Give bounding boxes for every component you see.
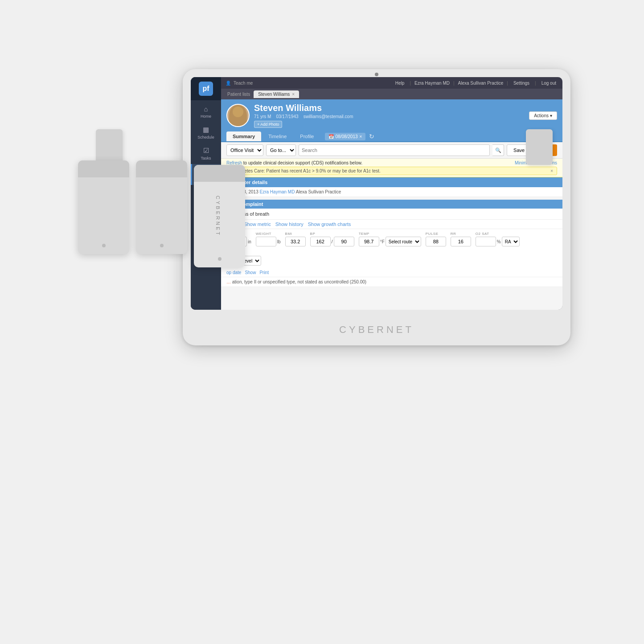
- help-button[interactable]: Help: [394, 80, 406, 86]
- search-icon: 🔍: [495, 148, 501, 153]
- sidebar-item-schedule[interactable]: ▦ Schedule: [191, 122, 221, 143]
- patient-tab[interactable]: Steven Williams ×: [254, 90, 299, 98]
- o2sat-route-select[interactable]: RA: [502, 237, 520, 246]
- patient-header: Steven Williams 71 yrs M 03/17/1943 swil…: [221, 99, 562, 131]
- patient-info: Steven Williams 71 yrs M 03/17/1943 swil…: [254, 103, 525, 128]
- search-input[interactable]: [299, 144, 490, 156]
- home-icon: ⌂: [201, 105, 211, 113]
- pulse-input-group: [426, 237, 446, 246]
- print-link[interactable]: Print: [259, 270, 269, 275]
- refresh-button[interactable]: ↻: [369, 133, 374, 140]
- visit-date-close[interactable]: ×: [360, 134, 362, 139]
- bmi-input-group: [285, 237, 306, 246]
- bp-input-group: /: [310, 237, 354, 246]
- encounter-date-row: ← Aug 08, 2013 Ezra Hayman MD Alexa Sull…: [221, 187, 562, 197]
- show-history-link[interactable]: Show history: [275, 222, 304, 227]
- diagnosis-row: … ation, type II or unspecified type, no…: [221, 277, 562, 287]
- temp-input[interactable]: [359, 237, 379, 246]
- patient-meta: 71 yrs M 03/17/1943 swilliams@testemail.…: [254, 114, 525, 119]
- o2sat-input-group: % RA: [476, 237, 520, 246]
- notification-text: ▶ Diabetes Care: Patient has recent A1c …: [230, 168, 381, 173]
- device-stripe: [194, 165, 245, 182]
- top-bar-right: Help | Ezra Hayman MD | Alexa Sullivan P…: [394, 80, 558, 86]
- search-button[interactable]: 🔍: [492, 144, 504, 156]
- encounter-practice: Alexa Sullivan Practice: [296, 189, 341, 194]
- sidebar-item-home[interactable]: ⌂ Home: [191, 101, 221, 122]
- notification-close-button[interactable]: ×: [550, 168, 553, 173]
- pulse-label: PULSE: [426, 232, 446, 236]
- goto-select[interactable]: Go to...: [266, 144, 296, 156]
- o2sat-field: O2 SAT % RA: [476, 232, 520, 246]
- chevron-down-icon: ▾: [550, 113, 552, 118]
- rr-input-group: [451, 237, 471, 246]
- sidebar-logo: pf: [191, 77, 221, 100]
- avatar-head: [233, 107, 243, 117]
- bp-systolic-input[interactable]: [310, 237, 331, 246]
- device-stripe: [78, 160, 129, 177]
- side-device-front: CYBERNET: [194, 165, 245, 267]
- schedule-icon: ▦: [201, 126, 211, 134]
- right-arm-mount: [526, 129, 553, 165]
- visit-type-select[interactable]: Office Visit: [226, 144, 263, 156]
- patient-lists-label[interactable]: Patient lists: [225, 92, 253, 97]
- bmi-field: BMI: [285, 232, 306, 246]
- weight-field: WEIGHT lb: [256, 232, 281, 246]
- actions-button[interactable]: Actions ▾: [529, 111, 557, 120]
- diagnosis-link[interactable]: …: [226, 279, 231, 284]
- tab-bar: Patient lists Steven Williams ×: [221, 89, 562, 99]
- sidebar-item-tasks[interactable]: ☑ Tasks: [191, 143, 221, 164]
- o2sat-input[interactable]: [476, 237, 496, 246]
- rr-input[interactable]: [451, 237, 471, 246]
- notification-message: to update clinical decision support (CDS…: [243, 160, 362, 165]
- show-growth-charts-link[interactable]: Show growth charts: [308, 222, 351, 227]
- tab-timeline[interactable]: Timeline: [262, 131, 293, 141]
- logout-button[interactable]: Log out: [540, 80, 558, 86]
- side-device-left-1: [78, 160, 129, 254]
- diagnosis-text: ation, type II or unspecified type, not …: [232, 279, 366, 284]
- temp-route-select[interactable]: Select route: [386, 237, 421, 246]
- bp-diastolic-input[interactable]: [334, 237, 354, 246]
- weight-input[interactable]: [256, 237, 276, 246]
- tab-summary[interactable]: Summary: [226, 131, 261, 141]
- notification-bar: Refresh to update clinical decision supp…: [221, 159, 562, 177]
- notification-alert-text: Diabetes Care: Patient has recent A1c > …: [235, 168, 381, 173]
- show-link[interactable]: Show: [245, 270, 256, 275]
- top-bar-left: 👤 Teach me: [226, 81, 253, 86]
- teach-me-label[interactable]: Teach me: [234, 81, 253, 86]
- visit-date-tab[interactable]: 📅 08/08/2013 ×: [325, 133, 366, 140]
- vitals-footer: op date Show Print: [221, 268, 562, 277]
- pulse-field: PULSE: [426, 232, 446, 246]
- chief-complaint-text: Shortness of breath: [221, 209, 562, 220]
- top-bar: 👤 Teach me Help | Ezra Hayman MD | Alexa…: [221, 77, 562, 89]
- teach-me-icon: 👤: [226, 81, 231, 86]
- weight-input-group: lb: [256, 237, 281, 246]
- o2sat-unit: %: [497, 239, 501, 244]
- o2sat-label: O2 SAT: [476, 232, 520, 236]
- patient-dob: 03/17/1943: [276, 114, 298, 119]
- tab-profile[interactable]: Profile: [294, 131, 320, 141]
- device-dot: [102, 244, 106, 247]
- add-photo-button[interactable]: + Add Photo: [254, 121, 282, 128]
- settings-button[interactable]: Settings: [512, 80, 531, 86]
- pulse-input[interactable]: [426, 237, 446, 246]
- temp-field: TEMP °F Select route: [359, 232, 421, 246]
- temp-label: TEMP: [359, 232, 421, 236]
- visit-date: 08/08/2013: [336, 134, 358, 139]
- height-unit: in: [248, 239, 251, 244]
- vitals-bar: Vitals Show metric Show history Show gro…: [221, 220, 562, 229]
- op-date-link[interactable]: op date: [226, 270, 241, 275]
- bp-label: BP: [310, 232, 354, 236]
- left-arm-mount: [96, 129, 123, 165]
- ehr-application: pf ⌂ Home ▦ Schedule ☑ Tasks 📋 Charts: [191, 77, 562, 310]
- notification-item: ▶ Diabetes Care: Patient has recent A1c …: [226, 167, 557, 175]
- bmi-input[interactable]: [285, 237, 306, 246]
- sidebar-label-schedule: Schedule: [197, 135, 214, 139]
- patient-actions: Actions ▾: [529, 111, 557, 120]
- side-device-left-2: [136, 160, 187, 254]
- show-metric-link[interactable]: Show metric: [244, 222, 271, 227]
- tab-close-button[interactable]: ×: [292, 92, 295, 97]
- temp-input-group: °F Select route: [359, 237, 421, 246]
- weight-label: WEIGHT: [256, 232, 281, 236]
- user-name: Ezra Hayman MD: [414, 81, 450, 86]
- toolbar: Office Visit Go to... 🔍 Save Sign: [221, 142, 562, 159]
